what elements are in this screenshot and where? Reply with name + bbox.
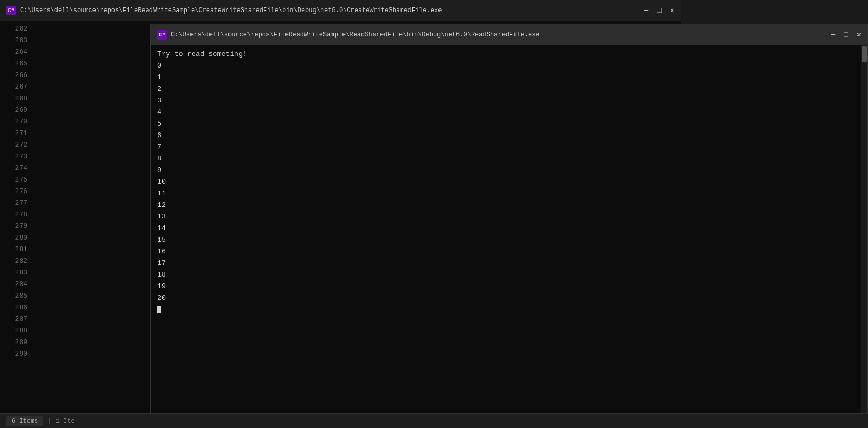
fg-window-controls: ─ □ ✕ <box>831 31 861 39</box>
scrollbar-thumb[interactable] <box>862 46 867 62</box>
bg-terminal-titlebar: C# C:\Users\dell\source\repos\FileReadWr… <box>0 0 681 21</box>
line-number: 290 <box>4 348 27 360</box>
bg-window-controls: ─ □ ✕ <box>644 7 674 14</box>
terminal-cursor <box>157 306 161 313</box>
bg-minimize-button[interactable]: ─ <box>644 7 648 14</box>
fg-terminal-titlebar: C# C:\Users\dell\source\repos\FileReadWr… <box>151 24 867 45</box>
line-number: 281 <box>4 244 27 255</box>
bg-terminal-app-icon: C# <box>6 6 16 15</box>
line-number: 267 <box>4 81 27 93</box>
line-number: 276 <box>4 186 27 197</box>
fg-terminal-content[interactable]: Try to read someting! 0 1 2 3 4 5 6 7 8 … <box>151 45 867 424</box>
line-number: 280 <box>4 232 27 244</box>
line-number: 264 <box>4 46 27 58</box>
line-number: 278 <box>4 209 27 221</box>
line-number: 287 <box>4 313 27 325</box>
line-number: 266 <box>4 70 27 81</box>
line-number: 263 <box>4 35 27 46</box>
line-number: 274 <box>4 163 27 174</box>
terminal-output: Try to read someting! 0 1 2 3 4 5 6 7 8 … <box>151 45 861 424</box>
bg-maximize-button[interactable]: □ <box>657 7 661 14</box>
line-number: 289 <box>4 337 27 348</box>
line-number: 275 <box>4 174 27 186</box>
line-number: 265 <box>4 58 27 70</box>
line-number: 277 <box>4 197 27 209</box>
statusbar-items: 6 Items | 1 Ite <box>6 416 75 426</box>
line-number: 279 <box>4 221 27 232</box>
fg-terminal-title: C:\Users\dell\source\repos\FileReadWrite… <box>171 31 831 39</box>
line-number: 283 <box>4 267 27 279</box>
fg-terminal: C# C:\Users\dell\source\repos\FileReadWr… <box>150 24 868 425</box>
line-number: 269 <box>4 104 27 116</box>
line-number: 285 <box>4 290 27 302</box>
line-number: 284 <box>4 279 27 290</box>
line-number: 270 <box>4 116 27 128</box>
line-number: 273 <box>4 151 27 163</box>
line-number: 272 <box>4 139 27 151</box>
bg-close-button[interactable]: ✕ <box>670 7 674 14</box>
line-number: 282 <box>4 255 27 267</box>
line-number: 262 <box>4 23 27 35</box>
scrollbar-track[interactable] <box>861 45 867 424</box>
fg-minimize-button[interactable]: ─ <box>831 31 835 39</box>
fg-terminal-app-icon: C# <box>157 30 167 40</box>
statusbar-items-count: 6 Items <box>6 416 43 426</box>
bg-terminal-title: C:\Users\dell\source\repos\FileReadWrite… <box>20 7 644 14</box>
line-number: 268 <box>4 93 27 104</box>
bg-line-numbers: 2622632642652662672682692702712722732742… <box>0 21 32 428</box>
statusbar-separator: | <box>47 417 51 425</box>
line-number: 286 <box>4 302 27 313</box>
line-number: 288 <box>4 325 27 337</box>
fg-maximize-button[interactable]: □ <box>844 31 848 39</box>
statusbar-second-label: 1 Ite <box>56 417 75 425</box>
line-number: 271 <box>4 128 27 139</box>
fg-close-button[interactable]: ✕ <box>857 31 861 39</box>
statusbar: 6 Items | 1 Ite <box>0 413 868 428</box>
